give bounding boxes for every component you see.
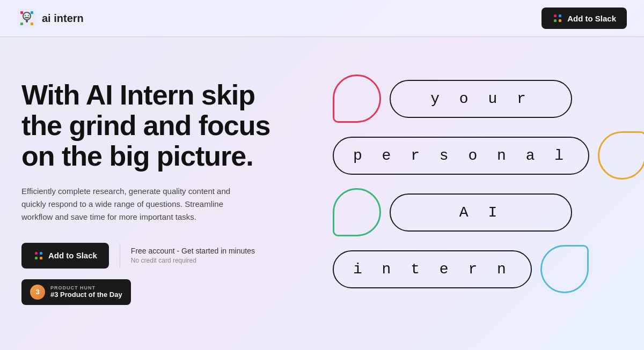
slack-icon [552, 13, 563, 24]
ph-label: PRODUCT HUNT [50, 285, 122, 291]
product-hunt-medal: 3 [30, 285, 45, 300]
product-hunt-badge[interactable]: 3 PRODUCT HUNT #3 Product of the Day [21, 279, 131, 305]
logo-text: ai intern [42, 12, 84, 25]
word-pill-intern: i n t e r n [333, 250, 532, 288]
main-content: With AI Intern skip the grind and focus … [0, 37, 644, 345]
svg-point-2 [25, 15, 26, 17]
free-account-sub: No credit card required [131, 257, 255, 264]
word-pill-ai: A I [390, 193, 572, 232]
word-row-1: y o u r [333, 75, 644, 123]
divider [120, 244, 120, 267]
word-row-2: p e r s o n a l [333, 131, 644, 180]
bubble-green [333, 188, 381, 236]
header: ai intern Add to Slack [0, 0, 644, 37]
svg-rect-13 [559, 19, 561, 22]
ph-value: #3 Product of the Day [50, 291, 122, 299]
svg-rect-5 [26, 20, 28, 23]
headline: With AI Intern skip the grind and focus … [21, 80, 301, 172]
logo-icon [17, 9, 36, 28]
svg-rect-8 [20, 23, 23, 25]
word-pill-personal: p e r s o n a l [333, 137, 589, 175]
svg-rect-17 [40, 257, 42, 259]
cta-row: Add to Slack Free account - Get started … [21, 243, 301, 269]
svg-point-3 [28, 15, 30, 17]
svg-rect-15 [40, 252, 42, 255]
svg-rect-10 [554, 14, 557, 17]
bubble-pink [333, 75, 381, 123]
svg-rect-14 [35, 252, 38, 255]
word-pill-your: y o u r [390, 80, 572, 118]
left-section: With AI Intern skip the grind and focus … [21, 69, 301, 305]
logo-area: ai intern [17, 9, 84, 28]
free-account-info: Free account - Get started in minutes No… [131, 247, 255, 264]
main-add-to-slack-label: Add to Slack [48, 251, 97, 260]
word-row-4: i n t e r n [333, 245, 644, 293]
right-section: y o u r p e r s o n a l A I i n t e r n [322, 69, 644, 293]
svg-rect-16 [35, 257, 38, 259]
svg-rect-12 [554, 19, 557, 22]
word-row-3: A I [333, 188, 644, 236]
slack-icon-main [33, 250, 44, 261]
header-add-to-slack-label: Add to Slack [567, 14, 616, 23]
ph-text: PRODUCT HUNT #3 Product of the Day [50, 285, 122, 299]
svg-rect-7 [31, 11, 33, 14]
ph-number: 3 [35, 288, 39, 296]
svg-rect-11 [559, 14, 561, 17]
bubble-yellow [598, 131, 644, 180]
header-add-to-slack-button[interactable]: Add to Slack [541, 8, 627, 29]
bubble-blue [540, 245, 589, 293]
main-add-to-slack-button[interactable]: Add to Slack [21, 243, 109, 269]
svg-rect-4 [25, 17, 29, 18]
subtext: Efficiently complete research, generate … [21, 185, 247, 224]
svg-rect-9 [31, 23, 33, 25]
svg-rect-6 [20, 11, 23, 14]
free-account-main: Free account - Get started in minutes [131, 247, 255, 255]
